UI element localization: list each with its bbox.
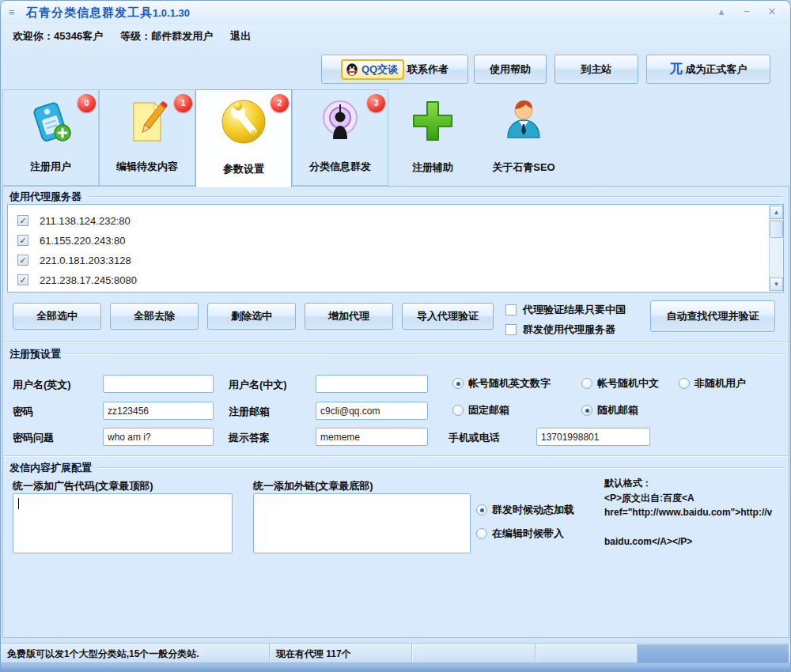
- radio-icon: [452, 405, 464, 416]
- username-cn-field[interactable]: [316, 375, 428, 393]
- password-field[interactable]: [103, 402, 214, 420]
- list-scrollbar[interactable]: ▲ ▼: [769, 206, 782, 291]
- proxy-checkbox[interactable]: ✓: [17, 274, 28, 285]
- tab-label: 参数设置: [196, 162, 291, 176]
- select-all-button[interactable]: 全部选中: [13, 303, 101, 330]
- become-customer-button[interactable]: 兀 成为正式客户: [646, 55, 770, 84]
- proxy-checkbox[interactable]: ✓: [17, 255, 28, 266]
- proxy-row[interactable]: ✓ 221.238.17.245:8080: [8, 270, 137, 289]
- welcome-row: 欢迎你：45346客户 等级：邮件群发用户 退出: [13, 29, 251, 43]
- delete-selected-label: 删除选中: [231, 309, 272, 323]
- auto-find-proxy-button[interactable]: 自动查找代理并验证: [650, 300, 775, 332]
- auto-find-proxy-label: 自动查找代理并验证: [667, 309, 759, 323]
- section-divider: [3, 342, 789, 343]
- password-label: 密码: [13, 405, 33, 419]
- radio-icon: [452, 378, 464, 389]
- status-empty-segment: [536, 644, 638, 664]
- proxy-row[interactable]: ✓ 211.138.124.232:80: [8, 211, 131, 230]
- minimize-icon[interactable]: −: [740, 5, 754, 19]
- proxy-row[interactable]: ✓ 221.0.181.203:3128: [8, 251, 131, 270]
- radio-fixed-mail[interactable]: 固定邮箱: [452, 403, 509, 417]
- email-label: 注册邮箱: [229, 405, 270, 419]
- ext-link-textarea[interactable]: [253, 493, 471, 553]
- proxy-server-list[interactable]: ✓ 211.138.124.232:80 ✓ 61.155.220.243:80…: [7, 204, 784, 293]
- radio-icon: [581, 405, 592, 416]
- import-proxy-button[interactable]: 导入代理验证: [402, 303, 494, 330]
- status-free-version-text: 免费版可以发1个大型分类站,15个一般分类站.: [7, 647, 199, 661]
- use-proxy-option[interactable]: 群发使用代理服务器: [505, 323, 615, 337]
- radio-nonrandom-user[interactable]: 非随机用户: [679, 376, 746, 391]
- ad-code-label: 统一添加广告代码(文章最顶部): [13, 479, 153, 493]
- radio-edit-insert-label: 在编辑时候带入: [492, 527, 564, 541]
- title-bar: ≡ 石青分类信息群发工具1.0.1.30 ▴ − ✕: [1, 1, 790, 25]
- answer-field[interactable]: [316, 428, 428, 446]
- ad-code-textarea[interactable]: [13, 493, 233, 553]
- main-site-button[interactable]: 到主站: [554, 55, 638, 84]
- radio-random-mail-label: 随机邮箱: [597, 403, 638, 417]
- minimize-to-tray-icon[interactable]: ▴: [714, 5, 729, 19]
- china-only-checkbox[interactable]: [505, 304, 517, 315]
- scroll-thumb[interactable]: [770, 221, 783, 238]
- question-field[interactable]: [103, 428, 214, 446]
- username-en-field[interactable]: [103, 375, 214, 393]
- proxy-row[interactable]: ✓ 61.155.220.243:80: [8, 231, 125, 250]
- help-button[interactable]: 使用帮助: [474, 55, 547, 84]
- register-group-title: 注册预设置: [9, 347, 61, 361]
- scroll-down-icon[interactable]: ▼: [770, 277, 783, 291]
- radio-random-chinese[interactable]: 帐号随机中文: [581, 376, 659, 391]
- badge-2: 2: [271, 94, 289, 112]
- content-group-title: 发信内容扩展配置: [9, 461, 92, 475]
- proxy-checkbox[interactable]: ✓: [17, 215, 28, 226]
- radio-fixed-mail-label: 固定邮箱: [468, 403, 509, 417]
- tab-about[interactable]: 关于石青SEO: [477, 89, 570, 186]
- welcome-user: 欢迎你：45346客户: [13, 29, 103, 43]
- tab-settings[interactable]: 2 参数设置: [195, 89, 292, 187]
- status-bar: 免费版可以发1个大型分类站,15个一般分类站. 现在有代理 117个: [1, 643, 790, 664]
- radio-random-mail[interactable]: 随机邮箱: [581, 403, 638, 417]
- tab-label: 编辑待发内容: [100, 160, 195, 174]
- wrench-ball-icon: [218, 96, 269, 147]
- register-group-header: 注册预设置: [9, 347, 782, 361]
- tab-edit-content[interactable]: 1 编辑待发内容: [99, 89, 195, 186]
- radio-icon: [476, 528, 487, 539]
- qq-chat-badge[interactable]: QQ交谈: [341, 59, 404, 80]
- broadcast-icon: [315, 96, 365, 147]
- user-level: 等级：邮件群发用户: [120, 29, 213, 43]
- status-proxy-count: 现在有代理 117个: [270, 644, 412, 664]
- proxy-checkbox[interactable]: ✓: [17, 235, 28, 246]
- username-en-label: 用户名(英文): [13, 378, 71, 392]
- radio-random-english[interactable]: 帐号随机英文数字: [452, 376, 551, 391]
- add-proxy-button[interactable]: 增加代理: [305, 303, 393, 330]
- window-bottom-edge: [1, 663, 790, 671]
- radio-icon: [581, 378, 592, 389]
- contact-author-button[interactable]: QQ交谈 联系作者: [321, 55, 468, 84]
- use-proxy-checkbox[interactable]: [505, 324, 517, 335]
- app-icon: ≡: [9, 7, 20, 18]
- settings-panel: 使用代理服务器 ✓ 211.138.124.232:80 ✓ 61.155.22…: [2, 186, 789, 638]
- answer-label: 提示答案: [229, 431, 270, 445]
- app-window: ≡ 石青分类信息群发工具1.0.1.30 ▴ − ✕ 欢迎你：45346客户 等…: [0, 0, 791, 672]
- remove-all-label: 全部去除: [134, 309, 175, 323]
- scroll-up-icon[interactable]: ▲: [770, 206, 783, 219]
- logout-link[interactable]: 退出: [230, 29, 251, 43]
- close-icon[interactable]: ✕: [765, 5, 779, 19]
- tab-register-users[interactable]: 0 注册用户: [2, 89, 99, 186]
- proxy-row[interactable]: ✓ 124.164.247.43:3128: [8, 289, 137, 293]
- china-only-option[interactable]: 代理验证结果只要中国: [505, 303, 626, 317]
- tab-mass-send[interactable]: 3 分类信息群发: [292, 89, 388, 186]
- email-field[interactable]: [316, 402, 428, 420]
- tab-register-assist[interactable]: 注册辅助: [388, 89, 477, 186]
- radio-icon: [476, 504, 487, 515]
- radio-random-chinese-label: 帐号随机中文: [597, 376, 659, 391]
- content-group-header: 发信内容扩展配置: [9, 461, 782, 475]
- section-divider: [3, 455, 789, 457]
- app-version: 1.0.1.30: [153, 7, 190, 19]
- default-format-text: 默认格式： <P>原文出自:百度<A href="http://www.baid…: [604, 476, 774, 549]
- radio-dynamic-load[interactable]: 群发时候动态加载: [476, 503, 574, 517]
- delete-selected-button[interactable]: 删除选中: [207, 303, 296, 330]
- radio-edit-insert[interactable]: 在编辑时候带入: [476, 527, 564, 541]
- proxy-address: 221.238.17.245:8080: [40, 274, 137, 286]
- remove-all-button[interactable]: 全部去除: [110, 303, 199, 330]
- phone-field[interactable]: [536, 428, 650, 446]
- add-proxy-label: 增加代理: [328, 309, 369, 323]
